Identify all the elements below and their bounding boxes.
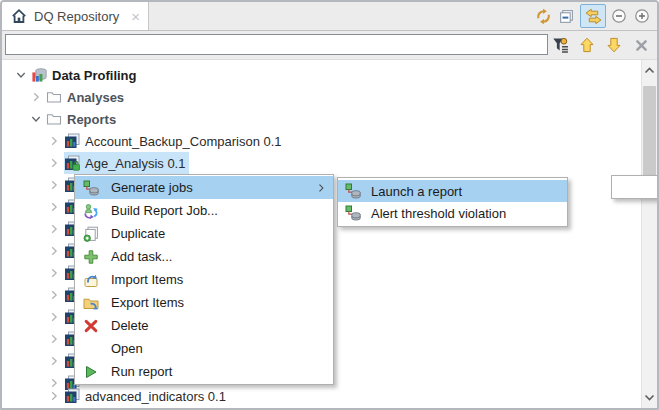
menu-item-run-report[interactable]: Run report: [75, 360, 333, 383]
scrollbar-thumb[interactable]: [643, 86, 656, 186]
menu-item-label: Delete: [111, 318, 149, 333]
menu-item-export-items[interactable]: Export Items: [75, 291, 333, 314]
filter-icon: [552, 37, 569, 54]
folder-icon: [46, 89, 62, 105]
chevron-right-icon[interactable]: [47, 222, 61, 236]
launch-report-icon: [345, 183, 361, 199]
view-menu-button[interactable]: [611, 175, 659, 199]
chevron-right-icon[interactable]: [47, 288, 61, 302]
report-icon: [64, 133, 80, 149]
scroll-up-icon: [642, 63, 657, 78]
menu-item-label: Build Report Job...: [111, 203, 218, 218]
report-locked-icon: [64, 155, 80, 171]
menu-item-duplicate[interactable]: Duplicate: [75, 222, 333, 245]
scroll-down-button[interactable]: [642, 389, 657, 406]
header-toolbar: [530, 3, 652, 29]
chevron-right-icon[interactable]: [47, 178, 61, 192]
tab-bar: DQ Repository ×: [2, 2, 657, 31]
minimize-icon: [611, 8, 627, 24]
tree-row-age-analysis-selected[interactable]: Age_Analysis 0.1: [2, 152, 641, 174]
filter-button[interactable]: [551, 36, 569, 54]
filter-input[interactable]: [5, 34, 548, 55]
menu-item-import-items[interactable]: Import Items: [75, 268, 333, 291]
chevron-right-icon[interactable]: [47, 200, 61, 214]
generate-jobs-submenu: Launch a report Alert threshold violatio…: [337, 177, 568, 227]
scroll-up-button[interactable]: [642, 62, 657, 79]
refresh-icon: [535, 8, 552, 25]
build-report-job-icon: [83, 203, 99, 219]
tab-close-icon[interactable]: ×: [131, 9, 140, 24]
maximize-icon: [634, 8, 650, 24]
scroll-down-icon: [642, 390, 657, 405]
chevron-right-icon[interactable]: [47, 389, 61, 403]
link-with-selection-icon: [585, 8, 602, 25]
menu-item-label: Generate jobs: [111, 180, 193, 195]
move-up-icon: [579, 37, 595, 53]
chevron-right-icon[interactable]: [47, 244, 61, 258]
tree-row-analyses[interactable]: Analyses: [2, 86, 641, 108]
import-items-icon: [83, 272, 99, 288]
vertical-scrollbar[interactable]: [641, 60, 657, 408]
menu-item-delete[interactable]: Delete: [75, 314, 333, 337]
submenu-item-label: Launch a report: [371, 184, 462, 199]
tree-label: Age_Analysis 0.1: [85, 156, 185, 171]
menu-item-add-task[interactable]: Add task...: [75, 245, 333, 268]
filter-toolbar: [551, 34, 650, 56]
tree-label: Reports: [67, 112, 116, 127]
context-menu: Generate jobs Build Report Job... Duplic…: [74, 174, 334, 385]
delete-icon: [83, 318, 99, 334]
menu-item-generate-jobs[interactable]: Generate jobs: [75, 176, 333, 199]
chevron-right-icon[interactable]: [47, 156, 61, 170]
folder-icon: [46, 111, 62, 127]
menu-item-build-report-job[interactable]: Build Report Job...: [75, 199, 333, 222]
tree-label: advanced_indicators 0.1: [85, 389, 226, 404]
menu-item-label: Duplicate: [111, 226, 165, 241]
chevron-down-icon[interactable]: [29, 112, 43, 126]
maximize-button[interactable]: [632, 6, 652, 26]
generate-jobs-icon: [83, 180, 99, 196]
move-down-button[interactable]: [605, 36, 623, 54]
chevron-right-icon[interactable]: [47, 134, 61, 148]
chevron-down-icon[interactable]: [14, 68, 28, 82]
chevron-right-icon[interactable]: [47, 310, 61, 324]
menu-item-label: Import Items: [111, 272, 183, 287]
add-task-icon: [83, 249, 99, 265]
home-icon: [11, 8, 27, 24]
menu-item-open[interactable]: Open: [75, 337, 333, 360]
move-up-button[interactable]: [578, 36, 596, 54]
collapse-all-button[interactable]: [556, 6, 576, 26]
data-profiling-icon: [31, 67, 47, 83]
minimize-button[interactable]: [609, 6, 629, 26]
tree-label: Account_Backup_Comparison 0.1: [85, 134, 282, 149]
empty-icon-spacer: [83, 341, 99, 357]
alert-threshold-icon: [345, 205, 361, 221]
submenu-item-launch-a-report[interactable]: Launch a report: [338, 180, 567, 202]
submenu-item-alert-threshold-violation[interactable]: Alert threshold violation: [338, 202, 567, 224]
filter-bar: [2, 31, 657, 60]
chevron-right-icon[interactable]: [47, 332, 61, 346]
tree-row-account-backup-comparison[interactable]: Account_Backup_Comparison 0.1: [2, 130, 641, 152]
refresh-button[interactable]: [533, 6, 553, 26]
move-down-icon: [606, 37, 622, 53]
chevron-right-icon[interactable]: [29, 90, 43, 104]
report-icon: [64, 388, 80, 404]
tree-row-reports[interactable]: Reports: [2, 108, 641, 130]
chevron-right-icon[interactable]: [47, 266, 61, 280]
collapse-all-icon: [558, 8, 575, 25]
duplicate-icon: [83, 226, 99, 242]
menu-item-label: Open: [111, 341, 143, 356]
menu-item-label: Run report: [111, 364, 172, 379]
link-with-selection-button[interactable]: [580, 4, 606, 28]
menu-item-label: Export Items: [111, 295, 184, 310]
tab-dq-repository[interactable]: DQ Repository ×: [2, 2, 149, 30]
selection-highlight: Age_Analysis 0.1: [64, 152, 189, 174]
clear-icon: [634, 38, 649, 53]
submenu-arrow-icon: [315, 182, 327, 194]
tab-title: DQ Repository: [34, 9, 119, 24]
chevron-right-icon[interactable]: [47, 354, 61, 368]
tree-row-data-profiling[interactable]: Data Profiling: [2, 64, 641, 86]
tree-row-advanced-indicators[interactable]: advanced_indicators 0.1: [2, 385, 641, 407]
run-report-icon: [83, 364, 99, 380]
tree-label: Data Profiling: [52, 68, 137, 83]
submenu-item-label: Alert threshold violation: [371, 206, 506, 221]
